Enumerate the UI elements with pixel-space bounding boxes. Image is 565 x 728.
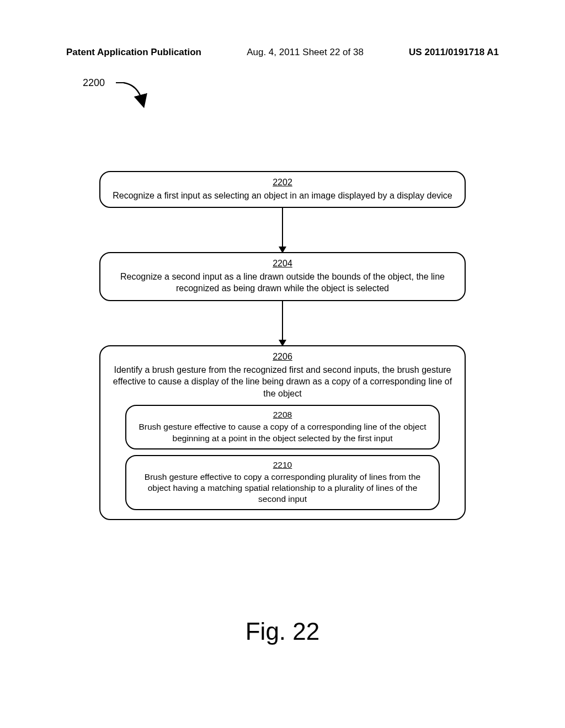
figure-ref-number: 2200 [83, 77, 105, 88]
step-text: Brush gesture effective to copy a corres… [145, 472, 420, 504]
step-number: 2206 [108, 351, 457, 363]
figure-reference: 2200 [83, 77, 105, 89]
step-2210: 2210 Brush gesture effective to copy a c… [125, 455, 440, 511]
step-text: Identify a brush gesture from the recogn… [113, 365, 452, 398]
header-left: Patent Application Publication [66, 47, 201, 58]
step-text: Brush gesture effective to cause a copy … [138, 422, 426, 442]
step-2202: 2202 Recognize a first input as selectin… [99, 171, 466, 208]
step-text: Recognize a second input as a line drawn… [120, 272, 445, 293]
arrow-down-icon [282, 301, 283, 345]
page-header: Patent Application Publication Aug. 4, 2… [0, 47, 565, 58]
step-number: 2202 [108, 176, 457, 189]
step-2208: 2208 Brush gesture effective to cause a … [125, 405, 440, 449]
reference-arrow-icon [116, 81, 149, 108]
flowchart: 2202 Recognize a first input as selectin… [99, 171, 466, 520]
step-text: Recognize a first input as selecting an … [113, 191, 452, 200]
step-number: 2208 [134, 409, 431, 420]
header-mid: Aug. 4, 2011 Sheet 22 of 38 [247, 47, 364, 58]
step-2206: 2206 Identify a brush gesture from the r… [99, 345, 466, 520]
arrow-down-icon [282, 208, 283, 252]
step-number: 2210 [134, 459, 431, 470]
step-number: 2204 [108, 258, 457, 270]
header-right: US 2011/0191718 A1 [409, 47, 499, 58]
figure-label: Fig. 22 [0, 618, 565, 645]
step-2204: 2204 Recognize a second input as a line … [99, 252, 466, 301]
